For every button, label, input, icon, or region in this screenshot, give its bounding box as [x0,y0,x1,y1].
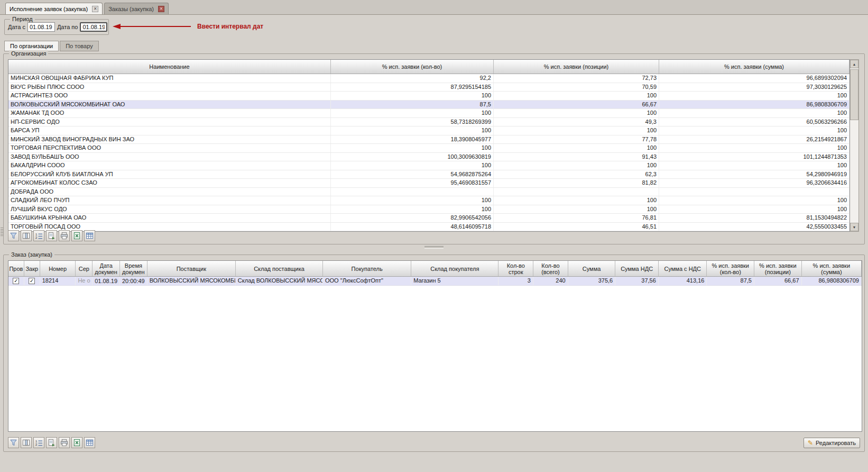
org-table-row[interactable]: БАКАЛДРИН СООО100100100 [8,161,849,170]
checkbox[interactable]: ✓ [29,278,35,284]
order-column-header[interactable]: Покупатель [323,261,411,276]
order-column-header[interactable]: Кол-во строк [498,261,533,276]
column-settings-button[interactable] [21,230,32,241]
order-column-header[interactable]: Дата докумен [93,261,120,276]
org-table-cell: 26,2154921867 [659,135,849,144]
order-column-header[interactable]: Склад поставщика [236,261,323,276]
org-table-cell: ТОРГОВЫЙ ПОСАД ООО [8,223,331,231]
scroll-down-button[interactable]: ▼ [850,223,858,231]
org-table-row[interactable]: АСТРАСИНТЕЗ ООО100100100 [8,92,849,101]
org-table-row[interactable]: ВКУС РЫБЫ ПЛЮС СООО87,929515418570,5997,… [8,83,849,92]
tab-po-tovaru[interactable]: По товару [60,41,98,51]
org-table-header: Наименование% исп. заявки (кол-во)% исп.… [8,60,849,74]
org-table-cell: 100 [494,109,659,117]
edit-button-label: Редактировать [816,440,856,446]
org-table-cell: 100 [331,205,494,214]
order-column-header[interactable]: Склад покупателя [411,261,498,276]
export-button[interactable] [46,230,57,241]
order-column-header[interactable]: % исп. заявки (сумма) [802,261,862,276]
row-numbering-icon: 12 [35,232,43,240]
row-numbering-button[interactable]: 12 [33,437,44,448]
excel-export-button[interactable] [71,230,82,241]
order-column-header[interactable]: Сер [76,261,93,276]
scrollbar-thumb[interactable] [850,69,858,120]
close-tab-icon[interactable]: × [92,6,98,12]
org-column-header[interactable]: % исп. заявки (позиции) [494,60,659,74]
arrow-left-icon [113,23,191,30]
print-button[interactable] [59,230,70,241]
table-settings-icon [86,439,94,447]
org-table-cell: 48,6146095718 [331,223,494,231]
org-table-row[interactable]: ЛУЧШИЙ ВКУС ОДО100100100 [8,205,849,214]
filter-button[interactable] [8,230,19,241]
print-button[interactable] [59,437,70,448]
horizontal-splitter[interactable] [0,245,868,250]
tab-zakazy-zakupka[interactable]: Заказы (закупка) × [104,3,169,14]
order-column-header[interactable]: Сумма с НДС [659,261,707,276]
order-column-header[interactable]: Сумма НДС [615,261,659,276]
order-column-header[interactable]: Номер [40,261,76,276]
org-column-header[interactable]: % исп. заявки (сумма) [659,60,849,74]
org-table-cell: 100 [331,196,494,205]
edit-button[interactable]: ✎ Редактировать [804,438,860,448]
org-table-cell: ДОБРАДА ООО [8,188,331,196]
org-table-row[interactable]: БАРСА УП100100100 [8,126,849,135]
org-table-cell: 54,9682875264 [331,170,494,179]
org-table-row[interactable]: АГРОКОМБИНАТ КОЛОС СЗАО95,469083155781,8… [8,179,849,188]
tab-ispolnenie-zayavok[interactable]: Исполнение заявок (закупка) × [5,3,103,14]
org-table-row[interactable]: ТОРГОВАЯ ПЕРСПЕКТИВА ООО100100100 [8,144,849,153]
order-column-header[interactable]: % исп. заявки (позиции) [754,261,802,276]
annotation: Ввести интервал дат [113,23,263,30]
table-settings-button[interactable] [84,230,95,241]
org-scrollbar[interactable]: ▲ ▼ [850,59,859,232]
checkbox[interactable]: ✓ [13,278,19,284]
order-table-cell: 18214 [40,277,76,285]
order-column-header[interactable]: Поставщик [147,261,236,276]
org-column-header[interactable]: Наименование [8,60,331,74]
table-settings-button[interactable] [84,437,95,448]
org-table-row[interactable]: ЗАВОД БУЛЬБАШЪ ООО100,300963081991,43101… [8,153,849,162]
date-to-input[interactable] [80,22,107,32]
print-icon [60,439,68,447]
org-table-cell: 100 [331,92,494,100]
close-tab-icon[interactable]: × [158,6,164,12]
order-column-header[interactable]: % исп. заявки (кол-во) [707,261,754,276]
org-table-cell: 82,9906542056 [331,214,494,222]
date-from-input[interactable] [27,22,55,32]
org-table-row[interactable]: СЛАДКИЙ ЛЕО ПЧУП100100100 [8,196,849,205]
order-table-cell: 66,67 [754,277,802,285]
org-table-row[interactable]: МИНСКИЙ ЗАВОД ВИНОГРАДНЫХ ВИН ЗАО18,3908… [8,135,849,144]
row-numbering-button[interactable]: 12 [33,230,44,241]
scrollbar-track[interactable] [850,68,858,223]
org-table-row[interactable]: ЖАМАНАК ТД ООО100100100 [8,109,849,118]
order-column-header[interactable]: Время докумен [120,261,147,276]
org-table-cell [494,188,659,196]
order-column-header[interactable]: Пров [8,261,24,276]
org-table-row[interactable]: НП-СЕРВИС ОДО58,731826939949,360,5063296… [8,118,849,127]
org-table-row[interactable]: БЕЛОРУССКИЙ КЛУБ БИАТЛОНА УП54,968287526… [8,170,849,179]
order-table-row[interactable]: ✓✓18214Не о01.08.1920:00:49ВОЛКОВЫССКИЙ … [8,277,862,286]
order-table-cell: 3 [498,277,533,285]
org-column-header[interactable]: % исп. заявки (кол-во) [331,60,494,74]
org-table-cell: 81,82 [494,179,659,187]
order-table-cell: Не о [76,277,93,285]
filter-button[interactable] [8,437,19,448]
org-table-row[interactable]: ТОРГОВЫЙ ПОСАД ООО48,614609571846,5142,5… [8,223,849,232]
left-splitter-grip[interactable] [1,228,3,237]
excel-export-button[interactable] [71,437,82,448]
order-table-cell: ООО "ЛюксСофтОпт" [323,277,411,285]
org-table-cell: НП-СЕРВИС ОДО [8,118,331,126]
org-table-row[interactable]: ДОБРАДА ООО [8,188,849,197]
export-button[interactable] [46,437,57,448]
order-column-header[interactable]: Кол-во (всего) [533,261,568,276]
org-table-row[interactable]: МИНСКАЯ ОВОЩНАЯ ФАБРИКА КУП92,272,7396,6… [8,74,849,83]
org-table-row[interactable]: ВОЛКОВЫССКИЙ МЯСОКОМБИНАТ ОАО87,566,6786… [8,101,849,110]
org-table-cell: 60,5063296266 [659,118,849,126]
tab-po-organizacii[interactable]: По организации [4,41,59,51]
org-table-row[interactable]: БАБУШКИНА КРЫНКА ОАО82,990654205676,8181… [8,214,849,223]
order-column-header[interactable]: Сумма [568,261,616,276]
column-settings-button[interactable] [21,437,32,448]
order-toolbar: 12 [8,437,95,448]
scroll-up-button[interactable]: ▲ [850,60,858,68]
order-column-header[interactable]: Закр [24,261,40,276]
